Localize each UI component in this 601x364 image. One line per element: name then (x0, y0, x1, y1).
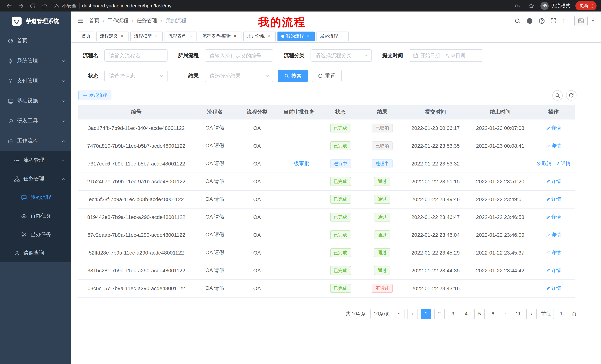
breadcrumb-item[interactable]: 任务管理 (137, 18, 158, 24)
page-button-11[interactable]: 11 (513, 308, 523, 319)
page-button-1[interactable]: 1 (421, 308, 431, 319)
help-icon[interactable] (539, 18, 545, 24)
tab-我的流程[interactable]: 我的流程× (278, 31, 315, 41)
page-button-3[interactable]: 3 (448, 308, 458, 319)
address-bar[interactable]: 不安全 dashboard.yudao.iocoder.cn/bpm/task/… (54, 2, 513, 9)
refresh-table-button[interactable] (566, 90, 576, 101)
search-button[interactable]: 搜索 (278, 70, 308, 82)
cell-submit-time: 2022-01-22 23:46:47 (403, 208, 468, 226)
detail-link[interactable]: 详情 (546, 285, 561, 292)
page-button-4[interactable]: 4 (461, 308, 471, 319)
sidebar-item-workflow[interactable]: 工作流程 (0, 131, 71, 151)
cell-id: 52ffd28e-7b9a-11ec-a290-acde48001122 (78, 244, 194, 262)
sidebar-item-devtools[interactable]: 研发工具 (0, 111, 71, 131)
cell-end-time (468, 155, 532, 172)
goto-page-input[interactable] (553, 308, 570, 319)
status-tag: 已完成 (330, 266, 351, 275)
current-task-link[interactable]: 一级审批 (289, 160, 310, 166)
chevron-down-icon (265, 74, 270, 78)
browser-forward-icon[interactable] (16, 1, 25, 10)
detail-link[interactable]: 详情 (546, 178, 561, 185)
password-key-icon[interactable] (513, 1, 522, 10)
avatar[interactable] (574, 16, 588, 26)
sidebar-item-infrastructure[interactable]: 基础设施 (0, 91, 71, 111)
sidebar-item-process-management[interactable]: 流程管理 (0, 151, 71, 170)
cell-process-name: OA 请假 (194, 172, 235, 190)
cell-process-name: OA 请假 (194, 208, 235, 226)
page-button-2[interactable]: 2 (434, 308, 445, 319)
more-pages-icon[interactable]: ⋯ (501, 311, 510, 316)
detail-link[interactable]: 详情 (546, 125, 561, 131)
reset-button[interactable]: 重置 (312, 70, 342, 82)
detail-link[interactable]: 详情 (546, 214, 561, 220)
chat-icon (21, 195, 27, 200)
tab-close-icon[interactable]: × (267, 34, 272, 39)
sidebar-item-my-process[interactable]: 我的流程 (0, 188, 71, 207)
font-size-icon[interactable]: TT (562, 18, 569, 24)
status-select[interactable]: 请选择状态 (104, 70, 168, 82)
page-button-6[interactable]: 6 (488, 308, 498, 319)
browser-back-icon[interactable] (4, 1, 13, 10)
tab-close-icon[interactable]: × (154, 34, 159, 39)
detail-link-label: 详情 (551, 231, 561, 238)
next-page-button[interactable] (526, 308, 537, 319)
chevron-up-icon (61, 177, 65, 181)
sidebar-item-leave-query[interactable]: 请假查询 (0, 244, 71, 262)
page-size-select[interactable]: 10条/页 (370, 308, 404, 319)
sidebar-item-payment[interactable]: ¥支付管理 (0, 71, 71, 91)
tab-流程表单-编辑[interactable]: 流程表单-编辑× (199, 31, 241, 41)
process-def-input[interactable] (205, 49, 273, 62)
detail-link[interactable]: 详情 (546, 249, 561, 256)
page-button-5[interactable]: 5 (474, 308, 485, 319)
result-select[interactable]: 请选择流结果 (205, 70, 273, 82)
tab-close-icon[interactable]: × (306, 34, 311, 39)
tab-close-icon[interactable]: × (188, 34, 193, 39)
tab-流程定义[interactable]: 流程定义× (96, 31, 129, 41)
bookmark-star-icon[interactable] (527, 1, 536, 10)
tools-icon (8, 118, 13, 124)
submit-time-range[interactable]: 开始日期 - 结束日期 (409, 49, 483, 62)
create-process-button[interactable]: 发起流程 (78, 91, 111, 100)
tab-发起流程[interactable]: 发起流程× (316, 31, 349, 41)
detail-link[interactable]: 详情 (546, 143, 561, 149)
tab-close-icon[interactable]: × (232, 34, 238, 39)
goto-prefix: 前往 (541, 310, 551, 317)
avatar-caret-icon[interactable] (591, 19, 595, 23)
detail-link[interactable]: 详情 (546, 231, 561, 238)
tab-用户分组[interactable]: 用户分组× (243, 31, 276, 41)
sidebar-item-home[interactable]: 首页 (0, 31, 71, 51)
tab-流程模型[interactable]: 流程模型× (130, 31, 163, 41)
fullscreen-icon[interactable] (551, 18, 556, 24)
breadcrumb-item[interactable]: 首页 (89, 18, 100, 24)
sidebar-item-system[interactable]: 系统管理 (0, 51, 71, 71)
browser-home-icon[interactable] (40, 1, 49, 10)
sidebar-item-task-management[interactable]: 任务管理 (0, 170, 71, 188)
detail-link[interactable]: 详情 (546, 267, 561, 274)
tab-流程表单[interactable]: 流程表单× (165, 31, 197, 41)
cancel-link[interactable]: 取消 (536, 160, 551, 167)
status-tag: 进行中 (330, 159, 351, 168)
incognito-badge[interactable]: 无痕模式 (541, 2, 571, 10)
toggle-search-button[interactable] (552, 90, 563, 101)
github-icon[interactable] (526, 18, 533, 24)
column-header: 流程分类 (235, 105, 279, 119)
tab-close-icon[interactable]: × (340, 34, 345, 39)
process-name-input[interactable] (104, 49, 168, 62)
search-icon[interactable] (514, 18, 521, 24)
sidebar-item-todo-task[interactable]: 待办任务 (0, 207, 71, 225)
cell-end-time: 2022-01-22 23:45:37 (468, 244, 532, 262)
sidebar-item-label: 支付管理 (17, 77, 38, 84)
update-button[interactable]: 更新 (575, 1, 597, 10)
sidebar-item-done-task[interactable]: 已办任务 (0, 225, 71, 244)
result-tag: 通过 (374, 230, 391, 239)
sidebar-toggle-icon[interactable] (77, 18, 84, 24)
browser-reload-icon[interactable] (28, 1, 37, 10)
category-select[interactable]: 请选择流程分类 (311, 49, 372, 62)
detail-link-label: 详情 (551, 214, 561, 220)
detail-link[interactable]: 详情 (555, 160, 571, 167)
prev-page-button[interactable] (408, 308, 418, 319)
breadcrumb-item[interactable]: 工作流程 (108, 18, 129, 24)
tab-close-icon[interactable]: × (120, 34, 125, 39)
detail-link[interactable]: 详情 (546, 196, 561, 203)
tab-首页[interactable]: 首页 (78, 31, 94, 41)
